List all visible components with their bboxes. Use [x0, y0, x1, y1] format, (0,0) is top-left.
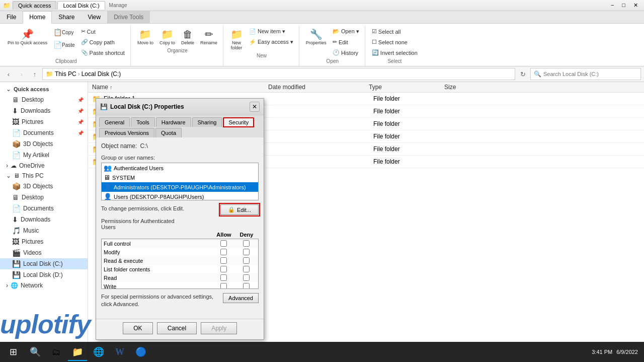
invert-selection-button[interactable]: 🔄 Invert selection	[369, 48, 420, 57]
checkbox-allow-read[interactable]	[220, 274, 227, 281]
ok-button[interactable]: OK	[123, 322, 153, 334]
perm-deny-read[interactable]	[236, 274, 256, 281]
taskbar-file-explorer[interactable]: 📁	[67, 343, 88, 361]
perm-deny-modify[interactable]	[236, 249, 256, 255]
ribbon-tab-drive-tools[interactable]: Drive Tools	[107, 11, 150, 23]
cancel-button[interactable]: Cancel	[157, 322, 197, 334]
pin-quick-access-button[interactable]: 📌 Pin to Quick access	[5, 27, 50, 47]
checkbox-deny-list-folder[interactable]	[243, 266, 250, 272]
search-bar[interactable]: 🔍	[530, 68, 641, 80]
cut-button[interactable]: ✂ Cut	[78, 27, 127, 36]
perm-deny-write[interactable]	[236, 283, 256, 289]
checkbox-allow-list-folder[interactable]	[220, 266, 227, 272]
sidebar-quick-access[interactable]: ⌄ Quick access	[0, 84, 88, 94]
dialog-tab-previous-versions[interactable]: Previous Versions	[99, 128, 154, 137]
users-list[interactable]: 👥 Authenticated Users 🖥 SYSTEM 👤 Adminis…	[101, 163, 259, 200]
checkbox-allow-full[interactable]	[220, 240, 227, 247]
new-item-button[interactable]: 📄 New item ▾	[247, 27, 296, 36]
taskbar-app[interactable]: 🔵	[131, 343, 151, 361]
forward-button[interactable]: ›	[16, 68, 27, 80]
start-button[interactable]: ⊞	[2, 343, 24, 361]
perm-allow-list-folder[interactable]	[211, 266, 236, 272]
perm-deny-full[interactable]	[236, 240, 256, 247]
close-button[interactable]: ✕	[630, 2, 641, 9]
sidebar-item-pictures[interactable]: 🖼 Pictures 📌	[0, 116, 88, 127]
paste-button[interactable]: 📄 Paste	[51, 39, 77, 51]
sidebar-item-music-pc[interactable]: 🎵 Music	[0, 225, 88, 236]
delete-button[interactable]: 🗑 Delete	[179, 27, 197, 47]
minimize-button[interactable]: −	[608, 2, 617, 9]
col-header-name[interactable]: Name ↑	[92, 84, 268, 91]
dialog-tab-security[interactable]: Security	[223, 117, 254, 127]
copy-to-button[interactable]: 📁 Copy to	[157, 27, 178, 47]
dialog-close-button[interactable]: ✕	[250, 102, 260, 112]
taskbar-search[interactable]: 🔍	[25, 343, 45, 361]
ribbon-tab-share[interactable]: Share	[52, 11, 81, 23]
col-header-size[interactable]: Size	[444, 84, 495, 91]
checkbox-deny-read[interactable]	[243, 274, 250, 281]
advanced-button[interactable]: Advanced	[223, 293, 259, 303]
sidebar-network[interactable]: › 🌐 Network	[0, 280, 88, 291]
checkbox-allow-read-execute[interactable]	[220, 257, 227, 264]
sidebar-item-documents[interactable]: 📄 Documents 📌	[0, 127, 88, 138]
sidebar-onedrive[interactable]: › ☁ OneDrive	[0, 161, 88, 171]
edit-button[interactable]: ✏ Edit	[330, 37, 362, 47]
move-to-button[interactable]: 📁 Move to	[135, 27, 156, 47]
sidebar-item-3dobjects[interactable]: 📦 3D Objects	[0, 138, 88, 150]
checkbox-allow-write[interactable]	[220, 283, 227, 289]
ribbon-tab-home[interactable]: Home	[23, 11, 52, 24]
ribbon-tab-file[interactable]: File	[0, 11, 23, 23]
history-button[interactable]: 🕐 History	[330, 48, 362, 57]
breadcrumb-this-pc[interactable]: This PC	[55, 70, 76, 78]
properties-button[interactable]: 🔧 Properties	[303, 27, 329, 47]
copy-path-button[interactable]: 🔗 Copy path	[78, 37, 127, 47]
taskbar-word[interactable]: W	[110, 343, 130, 361]
refresh-button[interactable]: ↻	[517, 68, 528, 80]
new-folder-button[interactable]: 📁 Newfolder	[227, 27, 246, 52]
sidebar-item-videos-pc[interactable]: 🎬 Videos	[0, 247, 88, 258]
sidebar-item-downloads-pc[interactable]: ⬇ Downloads	[0, 214, 88, 225]
sidebar-item-desktop[interactable]: 🖥 Desktop 📌	[0, 94, 88, 105]
user-row-2[interactable]: 👤 Administrators (DESKTOP-P8AUGHP\Admini…	[102, 182, 258, 192]
select-none-button[interactable]: ☐ Select none	[369, 37, 410, 47]
checkbox-deny-full[interactable]	[243, 240, 250, 247]
paste-shortcut-button[interactable]: 📎 Paste shortcut	[78, 48, 127, 57]
maximize-button[interactable]: □	[619, 2, 628, 9]
dialog-tab-general[interactable]: General	[99, 117, 130, 127]
ribbon-tab-view[interactable]: View	[81, 11, 107, 23]
open-button[interactable]: 📂 Open ▾	[330, 27, 362, 36]
col-header-date[interactable]: Date modified	[268, 84, 369, 91]
sidebar-item-documents-pc[interactable]: 📄 Documents	[0, 203, 88, 214]
col-header-type[interactable]: Type	[369, 84, 444, 91]
checkbox-allow-modify[interactable]	[220, 249, 227, 255]
easy-access-button[interactable]: ⚡ Easy access ▾	[247, 37, 296, 47]
perm-allow-read[interactable]	[211, 274, 236, 281]
sidebar-item-3dobjects-pc[interactable]: 📦 3D Objects	[0, 181, 88, 192]
rename-button[interactable]: ✏ Rename	[198, 27, 220, 47]
select-all-button[interactable]: ☑ Select all	[369, 27, 404, 36]
taskbar-edge[interactable]: 🌐	[89, 343, 109, 361]
checkbox-deny-write[interactable]	[243, 283, 250, 289]
dialog-tab-tools[interactable]: Tools	[131, 117, 155, 127]
search-input[interactable]	[543, 71, 637, 77]
breadcrumb-local-disk[interactable]: Local Disk (C:)	[82, 70, 121, 78]
dialog-tab-hardware[interactable]: Hardware	[156, 117, 191, 127]
perm-allow-full[interactable]	[211, 240, 236, 247]
edit-permissions-button[interactable]: 🔒 Edit...	[220, 204, 259, 215]
user-row-1[interactable]: 🖥 SYSTEM	[102, 173, 258, 182]
title-tab-quick-access[interactable]: Quick access	[13, 1, 56, 10]
dialog-tab-quota[interactable]: Quota	[155, 128, 182, 137]
perm-deny-read-execute[interactable]	[236, 257, 256, 264]
perm-deny-list-folder[interactable]	[236, 266, 256, 272]
user-row-0[interactable]: 👥 Authenticated Users	[102, 163, 258, 173]
sidebar-item-local-disk-c[interactable]: 💾 Local Disk (C:)	[0, 258, 88, 269]
breadcrumb[interactable]: 📁 This PC › Local Disk (C:)	[42, 68, 515, 80]
copy-button[interactable]: 📋 Copy	[51, 27, 77, 38]
back-button[interactable]: ‹	[3, 68, 14, 80]
perm-allow-write[interactable]	[211, 283, 236, 289]
sidebar-item-pictures-pc[interactable]: 🖼 Pictures	[0, 236, 88, 247]
taskbar-task-view[interactable]: 🗂	[46, 343, 66, 361]
sidebar-item-myartikel[interactable]: 📄 My Artikel	[0, 150, 88, 161]
dialog-tab-sharing[interactable]: Sharing	[192, 117, 222, 127]
perm-allow-read-execute[interactable]	[211, 257, 236, 264]
